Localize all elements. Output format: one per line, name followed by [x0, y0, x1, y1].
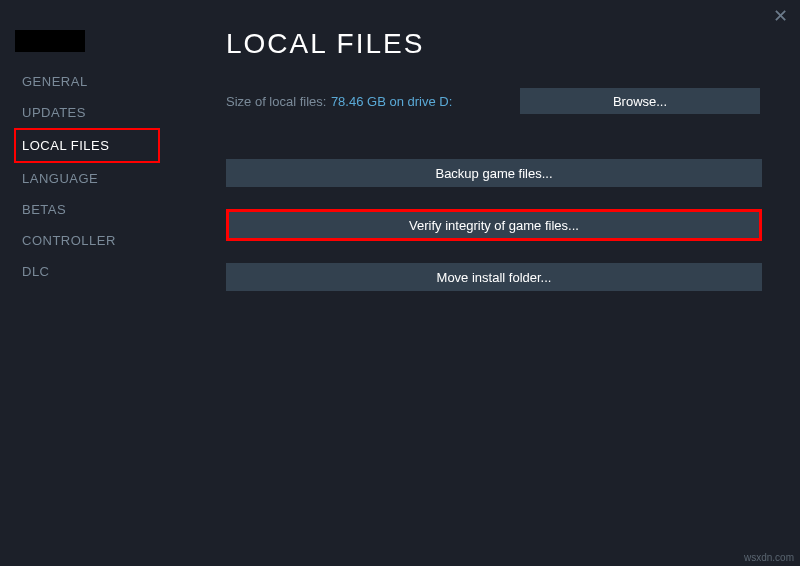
size-label: Size of local files: — [226, 94, 326, 109]
browse-button[interactable]: Browse... — [520, 88, 760, 114]
sidebar: GENERAL UPDATES LOCAL FILES LANGUAGE BET… — [0, 30, 180, 287]
move-install-folder-button[interactable]: Move install folder... — [226, 263, 762, 291]
sidebar-item-general[interactable]: GENERAL — [0, 66, 180, 97]
sidebar-item-controller[interactable]: CONTROLLER — [0, 225, 180, 256]
sidebar-item-betas[interactable]: BETAS — [0, 194, 180, 225]
sidebar-item-language[interactable]: LANGUAGE — [0, 163, 180, 194]
sidebar-item-local-files[interactable]: LOCAL FILES — [14, 128, 160, 163]
backup-game-files-button[interactable]: Backup game files... — [226, 159, 762, 187]
close-icon[interactable]: ✕ — [770, 6, 790, 26]
watermark: wsxdn.com — [744, 552, 794, 563]
page-title: LOCAL FILES — [226, 28, 760, 60]
size-text: Size of local files: 78.46 GB on drive D… — [226, 92, 452, 110]
game-title-redacted — [15, 30, 85, 52]
content-area: LOCAL FILES Size of local files: 78.46 G… — [226, 28, 760, 313]
size-value: 78.46 GB on drive D: — [331, 94, 452, 109]
verify-integrity-button[interactable]: Verify integrity of game files... — [226, 209, 762, 241]
sidebar-item-dlc[interactable]: DLC — [0, 256, 180, 287]
size-row: Size of local files: 78.46 GB on drive D… — [226, 88, 760, 114]
sidebar-item-updates[interactable]: UPDATES — [0, 97, 180, 128]
